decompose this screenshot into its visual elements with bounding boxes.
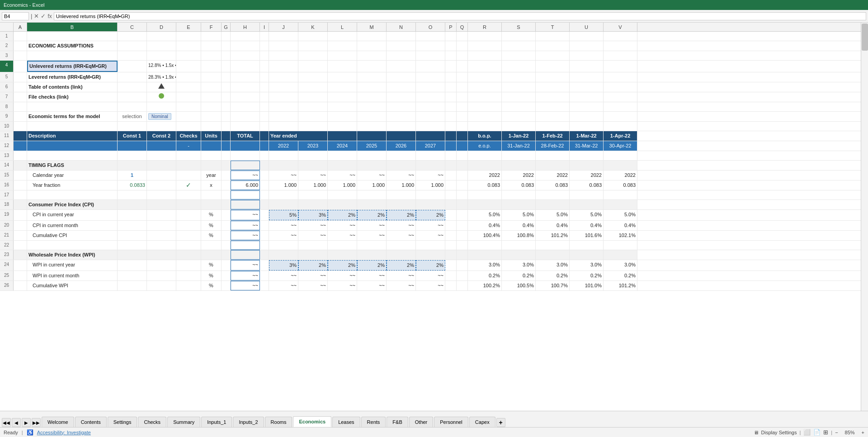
cell-E16[interactable]: ✓ (176, 180, 201, 190)
cell-R7[interactable] (468, 92, 502, 102)
cell-C8[interactable] (118, 102, 147, 111)
cell-J5[interactable] (269, 72, 298, 82)
cell-R9[interactable] (468, 112, 502, 121)
cell-G8[interactable] (222, 102, 231, 111)
col-header-U[interactable]: U (570, 23, 604, 31)
cell-I5[interactable] (260, 72, 269, 82)
cell-P24[interactable] (445, 260, 457, 271)
cell-A2[interactable] (14, 41, 27, 51)
cell-E5[interactable] (176, 72, 201, 82)
cell-E10[interactable] (176, 122, 201, 131)
cell-L18[interactable] (328, 200, 357, 209)
cell-T9[interactable] (536, 112, 570, 121)
cell-H18[interactable] (231, 200, 260, 209)
cell-V14[interactable] (604, 161, 637, 170)
cell-V25[interactable]: 0.2% (604, 271, 637, 280)
cell-S16[interactable]: 0.083 (502, 180, 536, 190)
cell-C16[interactable]: 0.0833 (118, 180, 147, 190)
cell-S4[interactable] (502, 61, 536, 72)
cell-Q9[interactable] (457, 112, 468, 121)
cell-S21[interactable]: 100.8% (502, 231, 536, 240)
cell-C22[interactable] (118, 241, 147, 250)
cell-O23[interactable] (416, 250, 445, 260)
cell-P15[interactable] (445, 171, 457, 180)
cell-E12[interactable]: - (176, 141, 201, 151)
row-num-16[interactable]: 16 (0, 180, 14, 190)
cell-D11[interactable]: Const 2 (147, 131, 176, 141)
cell-reference[interactable] (2, 12, 29, 20)
cell-P9[interactable] (445, 112, 457, 121)
cell-B23[interactable]: Wholesale Price Index (WPI) (27, 250, 118, 260)
cell-K22[interactable] (298, 241, 328, 250)
cell-F1[interactable] (201, 32, 222, 41)
cell-V6[interactable] (604, 82, 637, 92)
cell-U7[interactable] (570, 92, 604, 102)
cell-K4[interactable] (298, 61, 328, 72)
cell-U8[interactable] (570, 102, 604, 111)
cell-J10[interactable] (269, 122, 298, 131)
cell-N12[interactable]: 2026 (387, 141, 416, 151)
cell-B3[interactable] (27, 51, 118, 60)
cell-E20[interactable] (176, 221, 201, 230)
cell-L14[interactable] (328, 161, 357, 170)
cell-P26[interactable] (445, 281, 457, 290)
cell-R24[interactable]: 3.0% (468, 260, 502, 271)
cell-L12[interactable]: 2024 (328, 141, 357, 151)
cell-A4[interactable] (14, 61, 27, 72)
cell-N24[interactable]: 2% (387, 260, 416, 271)
cell-E3[interactable] (176, 51, 201, 60)
cell-S8[interactable] (502, 102, 536, 111)
cell-C12[interactable] (118, 141, 147, 151)
cell-E18[interactable] (176, 200, 201, 209)
row-num-7[interactable]: 7 (0, 92, 14, 102)
tab-welcome[interactable]: Welcome (42, 417, 74, 427)
cell-Q15[interactable] (457, 171, 468, 180)
cell-O15[interactable]: ~~ (416, 171, 445, 180)
cell-K13[interactable] (298, 151, 328, 160)
display-settings-icon[interactable]: 🖥 (754, 430, 759, 435)
cell-I7[interactable] (260, 92, 269, 102)
cell-O20[interactable]: ~~ (416, 221, 445, 230)
cell-A5[interactable] (14, 72, 27, 82)
cell-A20[interactable] (14, 221, 27, 230)
cell-C9[interactable]: selection (118, 112, 147, 121)
tab-fb[interactable]: F&B (387, 417, 408, 427)
cell-G26[interactable] (222, 281, 231, 290)
cell-P10[interactable] (445, 122, 457, 131)
cell-G5[interactable] (222, 72, 231, 82)
cell-J1[interactable] (269, 32, 298, 41)
row-num-22[interactable]: 22 (0, 241, 14, 250)
cell-U3[interactable] (570, 51, 604, 60)
cell-E26[interactable] (176, 281, 201, 290)
cell-Q5[interactable] (457, 72, 468, 82)
row-num-14[interactable]: 14 (0, 161, 14, 170)
cell-N10[interactable] (387, 122, 416, 131)
cell-F9[interactable] (201, 112, 222, 121)
cell-I3[interactable] (260, 51, 269, 60)
tab-other[interactable]: Other (409, 417, 434, 427)
cell-I15[interactable] (260, 171, 269, 180)
cell-O13[interactable] (416, 151, 445, 160)
cell-Q20[interactable] (457, 221, 468, 230)
cell-E22[interactable] (176, 241, 201, 250)
cell-R18[interactable] (468, 200, 502, 209)
cell-L17[interactable] (328, 190, 357, 200)
cell-C23[interactable] (118, 250, 147, 260)
cell-B18[interactable]: Consumer Price Index (CPI) (27, 200, 118, 209)
row-num-6[interactable]: 6 (0, 82, 14, 92)
cell-I22[interactable] (260, 241, 269, 250)
cell-M19[interactable]: 2% (357, 210, 387, 220)
cell-G13[interactable] (222, 151, 231, 160)
cell-B19[interactable]: CPI in current year (27, 210, 118, 220)
cell-R10[interactable] (468, 122, 502, 131)
cell-S13[interactable] (502, 151, 536, 160)
cell-K19[interactable]: 3% (298, 210, 328, 220)
cell-M6[interactable] (357, 82, 387, 92)
cell-E23[interactable] (176, 250, 201, 260)
cell-C11[interactable]: Const 1 (118, 131, 147, 141)
cell-J22[interactable] (269, 241, 298, 250)
cell-R3[interactable] (468, 51, 502, 60)
cell-H20[interactable]: ~~ (231, 221, 260, 230)
cell-Q12[interactable] (457, 141, 468, 151)
display-settings-label[interactable]: Display Settings (761, 430, 797, 435)
